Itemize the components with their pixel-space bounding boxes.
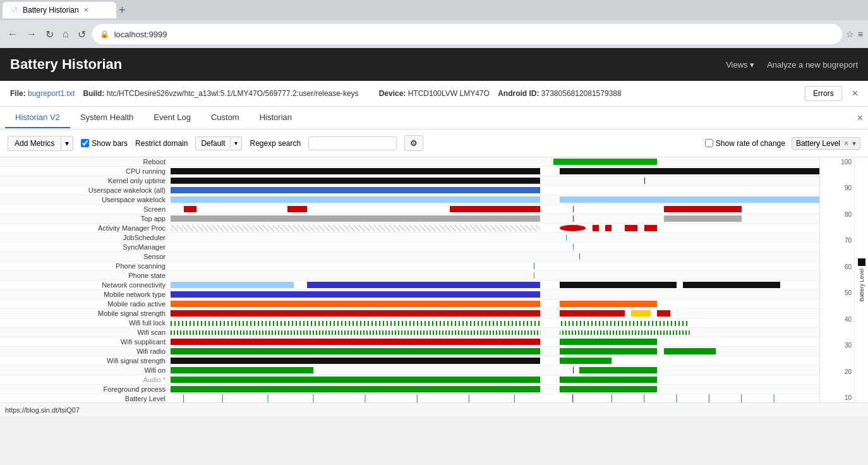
tab-custom[interactable]: Custom xyxy=(201,107,250,128)
add-metrics-label: Add Metrics xyxy=(8,136,61,150)
bar-wifi-lock xyxy=(171,318,819,327)
add-metrics-button[interactable]: Add Metrics ▾ xyxy=(8,136,73,151)
browser-chrome: 📄 Battery Historian × + ← → ↻ ⌂ ↺ 🔒 loca… xyxy=(0,0,868,48)
row-fg-process: Foreground process xyxy=(0,385,819,394)
battery-level-arrow[interactable]: ▾ xyxy=(852,139,856,148)
status-bar: https://blog.sin.dt/tsiQ07 xyxy=(0,402,868,416)
tab-event-log[interactable]: Event Log xyxy=(143,107,201,128)
domain-select-wrapper[interactable]: Default ▾ xyxy=(195,136,242,150)
battery-legend-swatch xyxy=(858,258,865,266)
label-network: Network connectivity xyxy=(0,281,171,289)
label-wifi-lock: Wifi full lock xyxy=(0,319,171,327)
row-sensor: Sensor xyxy=(0,252,819,262)
tabs-close-button[interactable]: × xyxy=(857,112,863,124)
tab-system-health[interactable]: System Health xyxy=(70,107,144,128)
battery-level-tag: Battery Level × ▾ xyxy=(792,137,860,150)
views-nav[interactable]: Views ▾ xyxy=(726,60,754,69)
bar-wifi-signal xyxy=(171,356,819,365)
row-sync: SyncManager xyxy=(0,243,819,252)
label-battery: Battery Level xyxy=(0,395,171,402)
info-left: File: bugreport1.txt Build: htc/HTCDesir… xyxy=(10,89,622,98)
label-reboot: Reboot xyxy=(0,158,171,166)
label-phone-scan: Phone scanning xyxy=(0,262,171,270)
tab-historian[interactable]: Historian xyxy=(250,107,302,128)
y-40: 40 xyxy=(820,316,854,323)
tabs-bar: Historian V2 System Health Event Log Cus… xyxy=(0,107,868,130)
refresh-button[interactable]: ↻ xyxy=(43,26,56,43)
row-kernel: Kernel only uptime xyxy=(0,176,819,186)
bar-wakelock xyxy=(171,195,819,204)
row-network: Network connectivity xyxy=(0,281,819,290)
bar-fg-process xyxy=(171,385,819,394)
svg-rect-4 xyxy=(171,328,540,337)
svg-rect-5 xyxy=(560,328,689,337)
label-mobile-radio: Mobile radio active xyxy=(0,300,171,308)
show-bars-checkbox[interactable] xyxy=(81,139,89,147)
new-tab-button[interactable]: + xyxy=(119,4,126,17)
bar-phone-state xyxy=(171,271,819,280)
bar-top-app xyxy=(171,214,819,223)
show-rate-label[interactable]: Show rate of change xyxy=(705,139,785,148)
address-bar[interactable]: 🔒 localhost:9999 xyxy=(92,24,842,44)
bar-battery xyxy=(171,394,819,402)
file-info: File: bugreport1.txt Build: htc/HTCDesir… xyxy=(10,89,359,98)
status-url: https://blog.sin.dt/tsiQ07 xyxy=(5,406,80,414)
info-bar: File: bugreport1.txt Build: htc/HTCDesir… xyxy=(0,81,868,107)
tab-icon: 📄 xyxy=(10,7,18,14)
file-link[interactable]: bugreport1.txt xyxy=(28,89,75,98)
android-id-label: Android ID: xyxy=(498,89,539,98)
row-wifi-lock: Wifi full lock xyxy=(0,318,819,328)
label-mobile-net: Mobile network type xyxy=(0,291,171,298)
regexp-search-input[interactable] xyxy=(308,136,397,150)
y-60: 60 xyxy=(820,263,854,270)
toolbar-right: Show rate of change Battery Level × ▾ xyxy=(705,137,860,150)
browser-star-button[interactable]: ☆ xyxy=(846,29,854,39)
domain-arrow[interactable]: ▾ xyxy=(230,138,241,148)
show-bars-label[interactable]: Show bars xyxy=(81,139,128,148)
build-label: Build: xyxy=(83,89,104,98)
tab-historian-v2[interactable]: Historian V2 xyxy=(5,107,70,128)
regexp-search-label: Regexp search xyxy=(250,139,301,148)
forward-button[interactable]: → xyxy=(24,26,39,42)
browser-tab[interactable]: 📄 Battery Historian × xyxy=(3,2,116,18)
device-label: Device: xyxy=(379,89,406,98)
tab-close-btn[interactable]: × xyxy=(84,6,88,15)
bar-wifi-radio xyxy=(171,347,819,356)
label-mobile-signal: Mobile signal strength xyxy=(0,310,171,317)
info-close-button[interactable]: × xyxy=(852,88,858,99)
bar-mobile-net xyxy=(171,290,819,299)
battery-level-close[interactable]: × xyxy=(844,139,848,148)
home-button[interactable]: ⌂ xyxy=(60,26,71,42)
row-activity: Activity Manager Proc xyxy=(0,224,819,233)
bar-phone-scan xyxy=(171,262,819,270)
browser-menu-button[interactable]: ≡ xyxy=(858,29,863,39)
svg-rect-1 xyxy=(171,318,540,327)
row-reboot: Reboot xyxy=(0,157,819,167)
y-80: 80 xyxy=(820,211,854,218)
row-phone-scan: Phone scanning xyxy=(0,262,819,271)
history-back-button[interactable]: ↺ xyxy=(75,26,88,43)
bar-screen xyxy=(171,205,819,214)
add-metrics-arrow[interactable]: ▾ xyxy=(61,136,73,150)
row-phone-state: Phone state xyxy=(0,271,819,281)
bar-mobile-radio xyxy=(171,299,819,308)
restrict-domain-label: Restrict domain xyxy=(135,139,188,148)
build-value: htc/HTCDesire526vzw/htc_a13wl:5.1/LMY47O… xyxy=(107,89,359,98)
gear-button[interactable]: ⚙ xyxy=(404,135,423,151)
device-value: HTCD100LVW LMY47O xyxy=(408,89,490,98)
y-10: 10 xyxy=(820,394,854,401)
back-button[interactable]: ← xyxy=(5,26,20,42)
row-wifi-on: Wifi on xyxy=(0,366,819,375)
label-wifi-supp: Wifi supplicant xyxy=(0,338,171,346)
row-wifi-radio: Wifi radio xyxy=(0,347,819,356)
errors-button[interactable]: Errors xyxy=(805,86,842,101)
label-wifi-radio: Wifi radio xyxy=(0,347,171,355)
analyze-nav[interactable]: Analyze a new bugreport xyxy=(767,60,858,69)
bar-wifi-on xyxy=(171,366,819,375)
row-screen: Screen xyxy=(0,205,819,214)
nav-actions: ☆ ≡ xyxy=(846,29,863,39)
chart-rows-container: Reboot CPU running Kernel only uptime xyxy=(0,157,819,402)
bar-activity xyxy=(171,224,819,232)
row-top-app: Top app xyxy=(0,214,819,224)
show-rate-checkbox[interactable] xyxy=(705,139,713,147)
